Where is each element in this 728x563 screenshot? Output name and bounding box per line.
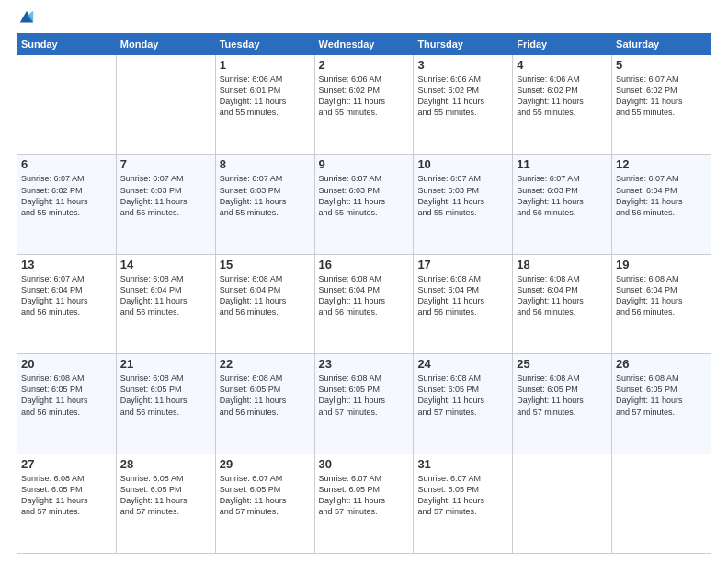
calendar-cell: 21Sunrise: 6:08 AM Sunset: 6:05 PM Dayli… xyxy=(116,354,215,454)
calendar-cell: 11Sunrise: 6:07 AM Sunset: 6:03 PM Dayli… xyxy=(513,155,612,254)
day-number: 7 xyxy=(120,157,211,171)
day-number: 13 xyxy=(21,258,112,271)
day-info: Sunrise: 6:08 AM Sunset: 6:04 PM Dayligh… xyxy=(319,273,410,318)
calendar-cell: 25Sunrise: 6:08 AM Sunset: 6:05 PM Dayli… xyxy=(513,354,612,454)
day-number: 25 xyxy=(517,357,608,371)
header xyxy=(17,17,711,26)
calendar-header-row: SundayMondayTuesdayWednesdayThursdayFrid… xyxy=(17,34,711,55)
day-number: 4 xyxy=(517,58,608,72)
calendar-cell: 28Sunrise: 6:08 AM Sunset: 6:05 PM Dayli… xyxy=(116,454,215,553)
calendar-cell: 1Sunrise: 6:06 AM Sunset: 6:01 PM Daylig… xyxy=(215,55,314,155)
col-header-saturday: Saturday xyxy=(612,34,711,55)
day-info: Sunrise: 6:06 AM Sunset: 6:02 PM Dayligh… xyxy=(517,74,608,119)
day-number: 26 xyxy=(616,357,707,371)
calendar-cell: 24Sunrise: 6:08 AM Sunset: 6:05 PM Dayli… xyxy=(414,354,513,454)
col-header-tuesday: Tuesday xyxy=(215,34,314,55)
day-info: Sunrise: 6:08 AM Sunset: 6:05 PM Dayligh… xyxy=(220,373,311,418)
calendar-cell: 10Sunrise: 6:07 AM Sunset: 6:03 PM Dayli… xyxy=(414,155,513,254)
day-info: Sunrise: 6:08 AM Sunset: 6:05 PM Dayligh… xyxy=(120,473,211,518)
day-info: Sunrise: 6:07 AM Sunset: 6:03 PM Dayligh… xyxy=(517,173,608,218)
day-number: 9 xyxy=(319,157,410,171)
day-number: 1 xyxy=(220,58,311,72)
day-info: Sunrise: 6:06 AM Sunset: 6:02 PM Dayligh… xyxy=(319,74,410,119)
calendar-cell: 30Sunrise: 6:07 AM Sunset: 6:05 PM Dayli… xyxy=(314,454,414,553)
day-info: Sunrise: 6:07 AM Sunset: 6:04 PM Dayligh… xyxy=(616,173,707,218)
day-number: 31 xyxy=(417,457,508,471)
day-info: Sunrise: 6:08 AM Sunset: 6:04 PM Dayligh… xyxy=(517,273,608,318)
day-info: Sunrise: 6:07 AM Sunset: 6:03 PM Dayligh… xyxy=(120,173,211,218)
day-info: Sunrise: 6:08 AM Sunset: 6:05 PM Dayligh… xyxy=(616,373,707,418)
day-number: 22 xyxy=(220,357,311,371)
calendar-cell: 26Sunrise: 6:08 AM Sunset: 6:05 PM Dayli… xyxy=(612,354,711,454)
day-number: 18 xyxy=(517,258,608,271)
calendar-cell: 2Sunrise: 6:06 AM Sunset: 6:02 PM Daylig… xyxy=(314,55,414,155)
calendar-cell: 29Sunrise: 6:07 AM Sunset: 6:05 PM Dayli… xyxy=(215,454,314,553)
calendar-cell: 13Sunrise: 6:07 AM Sunset: 6:04 PM Dayli… xyxy=(17,254,117,353)
calendar-cell: 14Sunrise: 6:08 AM Sunset: 6:04 PM Dayli… xyxy=(116,254,215,353)
day-number: 19 xyxy=(616,258,707,271)
day-number: 11 xyxy=(517,157,608,171)
day-number: 14 xyxy=(120,258,211,271)
calendar-cell: 23Sunrise: 6:08 AM Sunset: 6:05 PM Dayli… xyxy=(314,354,414,454)
day-info: Sunrise: 6:06 AM Sunset: 6:02 PM Dayligh… xyxy=(417,74,508,119)
day-number: 6 xyxy=(21,157,112,171)
page: SundayMondayTuesdayWednesdayThursdayFrid… xyxy=(0,0,728,563)
col-header-wednesday: Wednesday xyxy=(314,34,414,55)
calendar-cell: 12Sunrise: 6:07 AM Sunset: 6:04 PM Dayli… xyxy=(612,155,711,254)
day-info: Sunrise: 6:08 AM Sunset: 6:04 PM Dayligh… xyxy=(616,273,707,318)
day-number: 15 xyxy=(220,258,311,271)
day-number: 20 xyxy=(21,357,112,371)
calendar-cell: 7Sunrise: 6:07 AM Sunset: 6:03 PM Daylig… xyxy=(116,155,215,254)
day-number: 8 xyxy=(220,157,311,171)
day-info: Sunrise: 6:07 AM Sunset: 6:05 PM Dayligh… xyxy=(220,473,311,518)
calendar-cell: 27Sunrise: 6:08 AM Sunset: 6:05 PM Dayli… xyxy=(17,454,117,553)
calendar-cell xyxy=(116,55,215,155)
logo-icon xyxy=(18,9,35,26)
col-header-friday: Friday xyxy=(513,34,612,55)
day-info: Sunrise: 6:07 AM Sunset: 6:03 PM Dayligh… xyxy=(319,173,410,218)
calendar-cell: 3Sunrise: 6:06 AM Sunset: 6:02 PM Daylig… xyxy=(414,55,513,155)
calendar-cell: 20Sunrise: 6:08 AM Sunset: 6:05 PM Dayli… xyxy=(17,354,117,454)
day-number: 29 xyxy=(220,457,311,471)
calendar-cell: 4Sunrise: 6:06 AM Sunset: 6:02 PM Daylig… xyxy=(513,55,612,155)
calendar-cell: 19Sunrise: 6:08 AM Sunset: 6:04 PM Dayli… xyxy=(612,254,711,353)
day-number: 24 xyxy=(417,357,508,371)
day-number: 2 xyxy=(319,58,410,72)
calendar-cell: 15Sunrise: 6:08 AM Sunset: 6:04 PM Dayli… xyxy=(215,254,314,353)
calendar-cell: 5Sunrise: 6:07 AM Sunset: 6:02 PM Daylig… xyxy=(612,55,711,155)
day-info: Sunrise: 6:08 AM Sunset: 6:05 PM Dayligh… xyxy=(417,373,508,418)
col-header-thursday: Thursday xyxy=(414,34,513,55)
calendar-cell: 16Sunrise: 6:08 AM Sunset: 6:04 PM Dayli… xyxy=(314,254,414,353)
calendar-cell: 6Sunrise: 6:07 AM Sunset: 6:02 PM Daylig… xyxy=(17,155,117,254)
calendar-week-3: 13Sunrise: 6:07 AM Sunset: 6:04 PM Dayli… xyxy=(17,254,711,353)
calendar-week-4: 20Sunrise: 6:08 AM Sunset: 6:05 PM Dayli… xyxy=(17,354,711,454)
day-number: 10 xyxy=(417,157,508,171)
calendar-week-1: 1Sunrise: 6:06 AM Sunset: 6:01 PM Daylig… xyxy=(17,55,711,155)
calendar-cell xyxy=(17,55,117,155)
day-number: 3 xyxy=(417,58,508,72)
calendar-cell: 22Sunrise: 6:08 AM Sunset: 6:05 PM Dayli… xyxy=(215,354,314,454)
calendar-cell: 18Sunrise: 6:08 AM Sunset: 6:04 PM Dayli… xyxy=(513,254,612,353)
col-header-monday: Monday xyxy=(116,34,215,55)
day-number: 5 xyxy=(616,58,707,72)
day-number: 23 xyxy=(319,357,410,371)
calendar-table: SundayMondayTuesdayWednesdayThursdayFrid… xyxy=(17,33,711,554)
day-info: Sunrise: 6:07 AM Sunset: 6:05 PM Dayligh… xyxy=(319,473,410,518)
day-info: Sunrise: 6:08 AM Sunset: 6:04 PM Dayligh… xyxy=(220,273,311,318)
day-number: 28 xyxy=(120,457,211,471)
day-info: Sunrise: 6:07 AM Sunset: 6:03 PM Dayligh… xyxy=(417,173,508,218)
day-number: 16 xyxy=(319,258,410,271)
day-number: 21 xyxy=(120,357,211,371)
calendar-week-2: 6Sunrise: 6:07 AM Sunset: 6:02 PM Daylig… xyxy=(17,155,711,254)
calendar-cell: 31Sunrise: 6:07 AM Sunset: 6:05 PM Dayli… xyxy=(414,454,513,553)
calendar-week-5: 27Sunrise: 6:08 AM Sunset: 6:05 PM Dayli… xyxy=(17,454,711,553)
day-info: Sunrise: 6:07 AM Sunset: 6:03 PM Dayligh… xyxy=(220,173,311,218)
day-info: Sunrise: 6:08 AM Sunset: 6:05 PM Dayligh… xyxy=(319,373,410,418)
day-number: 17 xyxy=(417,258,508,271)
day-number: 27 xyxy=(21,457,112,471)
calendar-cell xyxy=(612,454,711,553)
day-info: Sunrise: 6:08 AM Sunset: 6:05 PM Dayligh… xyxy=(21,373,112,418)
day-info: Sunrise: 6:08 AM Sunset: 6:05 PM Dayligh… xyxy=(120,373,211,418)
calendar-cell: 17Sunrise: 6:08 AM Sunset: 6:04 PM Dayli… xyxy=(414,254,513,353)
day-info: Sunrise: 6:07 AM Sunset: 6:02 PM Dayligh… xyxy=(616,74,707,119)
